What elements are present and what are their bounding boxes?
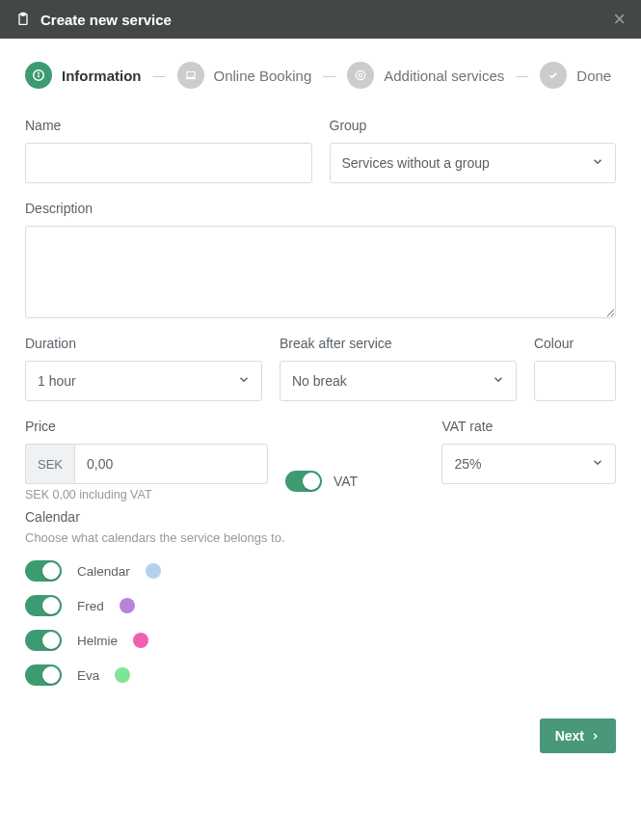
calendar-name: Fred xyxy=(77,599,104,613)
description-textarea[interactable] xyxy=(25,226,616,318)
wizard-step-label: Online Booking xyxy=(214,68,312,84)
calendar-toggle[interactable] xyxy=(25,595,62,616)
calendar-item: Calendar xyxy=(25,560,616,582)
colour-label: Colour xyxy=(534,336,616,351)
next-button-label: Next xyxy=(555,728,584,744)
svg-point-8 xyxy=(359,73,362,77)
calendar-name: Eva xyxy=(77,668,99,683)
calendar-color-swatch xyxy=(115,667,130,683)
laptop-icon xyxy=(177,62,204,89)
wizard-step-label: Additional services xyxy=(384,68,504,84)
wizard-step-online-booking[interactable]: Online Booking xyxy=(177,62,312,89)
description-label: Description xyxy=(25,201,616,216)
calendar-color-swatch xyxy=(146,563,161,579)
info-icon xyxy=(25,62,52,89)
calendar-name: Calendar xyxy=(77,564,130,579)
vat-toggle[interactable] xyxy=(285,471,322,492)
svg-point-4 xyxy=(39,72,40,73)
vat-rate-label: VAT rate xyxy=(441,419,616,434)
calendar-toggle[interactable] xyxy=(25,664,62,686)
break-label: Break after service xyxy=(280,336,517,351)
wizard-step-additional[interactable]: Additional services xyxy=(347,62,504,89)
modal-title: Create new service xyxy=(40,12,172,28)
price-currency: SEK xyxy=(25,444,74,484)
calendar-list: CalendarFredHelmieEva xyxy=(25,560,616,686)
group-label: Group xyxy=(330,118,617,133)
group-select[interactable]: Services without a group xyxy=(330,143,617,183)
wizard-steps: Information — Online Booking — Additiona… xyxy=(25,62,616,89)
modal-header: Create new service × xyxy=(0,0,641,39)
name-label: Name xyxy=(25,118,312,133)
calendar-item: Eva xyxy=(25,664,616,686)
step-separator: — xyxy=(321,68,337,83)
calendar-item: Helmie xyxy=(25,630,616,651)
svg-point-7 xyxy=(357,70,365,79)
price-input[interactable] xyxy=(74,444,268,484)
duration-label: Duration xyxy=(25,336,262,351)
calendar-label: Calendar xyxy=(25,509,616,525)
vat-rate-select[interactable]: 25% xyxy=(441,444,616,484)
clipboard-icon xyxy=(15,12,31,27)
step-separator: — xyxy=(514,68,530,83)
wizard-step-label: Information xyxy=(62,68,142,84)
calendar-item: Fred xyxy=(25,595,616,616)
duration-select[interactable]: 1 hour xyxy=(25,361,262,401)
close-icon[interactable]: × xyxy=(613,9,626,30)
calendar-toggle[interactable] xyxy=(25,630,62,651)
calendar-subtext: Choose what calendars the service belong… xyxy=(25,530,616,545)
create-service-modal: Create new service × Information — Onlin… xyxy=(0,0,641,772)
wizard-step-label: Done xyxy=(576,68,611,84)
calendar-color-swatch xyxy=(120,598,135,613)
name-input[interactable] xyxy=(25,143,312,183)
calendar-toggle[interactable] xyxy=(25,560,62,582)
break-select[interactable]: No break xyxy=(280,361,517,401)
next-button[interactable]: Next xyxy=(540,718,616,753)
wizard-step-done[interactable]: Done xyxy=(540,62,611,89)
price-label: Price xyxy=(25,419,268,434)
check-icon xyxy=(540,62,567,89)
svg-rect-1 xyxy=(21,13,25,15)
price-hint: SEK 0,00 including VAT xyxy=(25,488,268,501)
calendar-name: Helmie xyxy=(77,634,118,648)
step-separator: — xyxy=(151,68,168,83)
vat-toggle-label: VAT xyxy=(334,474,358,489)
svg-rect-5 xyxy=(186,72,194,78)
target-icon xyxy=(347,62,374,89)
colour-picker[interactable] xyxy=(534,361,616,401)
wizard-step-information[interactable]: Information xyxy=(25,62,142,89)
calendar-color-swatch xyxy=(133,633,148,648)
chevron-right-icon xyxy=(590,731,601,742)
